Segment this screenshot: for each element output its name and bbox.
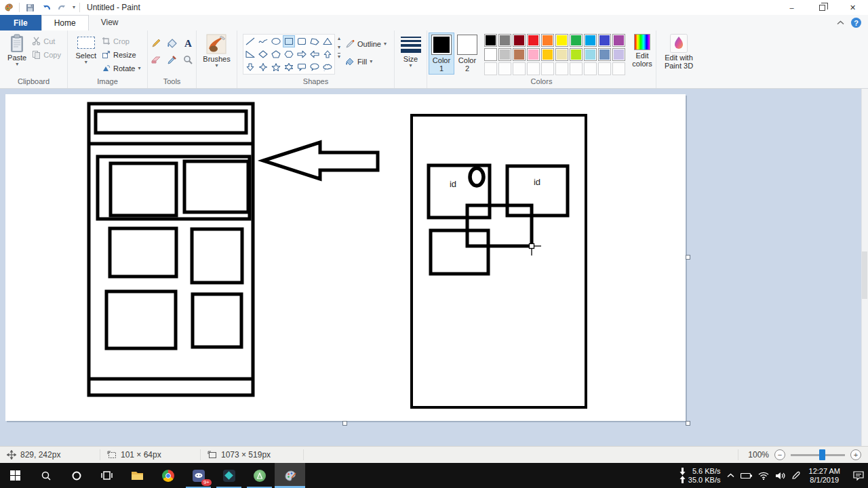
canvas-resize-handle-right[interactable] [686,255,690,260]
vertical-scrollbar[interactable] [861,89,868,446]
palette-swatch-empty[interactable] [555,62,568,75]
tray-expand-icon[interactable] [727,473,734,478]
chrome-button[interactable] [153,463,183,488]
palette-swatch[interactable] [598,48,611,61]
pencil-tool[interactable] [149,37,163,50]
shape-line[interactable] [244,35,256,47]
cut-button[interactable]: Cut [30,35,63,47]
fill-button[interactable]: Fill ▾ [343,56,389,68]
text-tool[interactable]: A [182,37,195,50]
clock-widget[interactable]: 12:27 AM 8/1/2019 [806,467,843,485]
volume-icon[interactable] [775,472,785,480]
paint-taskbar-button[interactable] [275,463,305,488]
tab-view[interactable]: View [89,15,131,30]
palette-swatch-empty[interactable] [527,62,540,75]
palette-swatch-empty[interactable] [584,62,597,75]
customize-qat-dropdown-icon[interactable]: ▾ [73,5,75,9]
save-button[interactable] [24,1,36,14]
pen-icon[interactable] [791,471,800,480]
shape-right-triangle[interactable] [244,48,256,60]
start-button[interactable] [0,463,31,488]
shape-diamond[interactable] [257,48,269,60]
palette-swatch[interactable] [598,34,611,47]
palette-swatch-empty[interactable] [513,62,526,75]
canvas-resize-handle-corner[interactable] [686,421,690,426]
rotate-button[interactable]: Rotate ▾ [100,62,142,74]
crop-button[interactable]: Crop [100,35,142,47]
zoom-in-button[interactable]: + [850,449,861,460]
tab-home[interactable]: Home [41,15,89,30]
canvas-resize-handle-bottom[interactable] [342,421,347,426]
eraser-tool[interactable] [149,53,163,66]
shape-rectangle[interactable] [283,35,295,47]
palette-swatch[interactable] [498,48,511,61]
palette-swatch[interactable] [570,34,583,47]
palette-swatch[interactable] [541,34,554,47]
file-explorer-button[interactable] [122,463,153,488]
palette-swatch[interactable] [584,34,597,47]
magnifier-tool[interactable] [182,53,195,66]
zoom-out-button[interactable]: − [774,449,785,460]
palette-swatch[interactable] [555,48,568,61]
color2-button[interactable]: Color 2 [454,33,480,75]
copy-button[interactable]: Copy [30,49,63,60]
palette-swatch[interactable] [513,34,526,47]
color-picker-tool[interactable] [165,53,179,66]
task-view-button[interactable] [92,463,122,488]
battery-icon[interactable] [741,472,752,479]
redo-button[interactable] [56,1,68,14]
palette-swatch-empty[interactable] [541,62,554,75]
help-icon[interactable]: ? [851,18,861,28]
color1-button[interactable]: Color 1 [429,33,454,75]
shape-callout-rounded[interactable] [296,61,308,73]
cortana-button[interactable] [61,463,92,488]
select-button[interactable]: Select ▾ [72,33,100,66]
palette-swatch-empty[interactable] [598,62,611,75]
zoom-slider-thumb[interactable] [819,449,825,460]
shape-arrow-up[interactable] [321,48,334,60]
paste-dropdown-icon[interactable]: ▾ [16,62,18,66]
shapes-scroll-down-icon[interactable]: ▾ [338,44,340,50]
palette-swatch[interactable] [498,34,511,47]
resize-button[interactable]: Resize [100,49,142,60]
shape-star-6[interactable] [283,61,295,73]
palette-swatch[interactable] [570,48,583,61]
shape-rounded-rectangle[interactable] [296,35,308,47]
palette-swatch[interactable] [612,48,625,61]
shape-polygon[interactable] [309,35,321,47]
size-dropdown-icon[interactable]: ▾ [409,64,412,68]
edit-colors-button[interactable]: Edit colors [630,33,654,68]
collapse-ribbon-icon[interactable] [837,20,844,25]
edit-with-paint3d-button[interactable]: Edit with Paint 3D [658,33,700,71]
palette-swatch-empty[interactable] [612,62,625,75]
tab-file[interactable]: File [0,15,41,30]
paste-button[interactable]: Paste ▾ [4,33,30,68]
palette-swatch[interactable] [527,48,540,61]
shapes-more-icon[interactable]: ▾ [338,53,340,60]
palette-swatch[interactable] [484,48,497,61]
paint-canvas[interactable]: id id [5,94,686,421]
shape-arrow-left[interactable] [309,48,321,60]
undo-button[interactable] [40,1,52,14]
action-center-icon[interactable] [849,471,864,481]
shape-star-5[interactable] [270,61,282,73]
palette-swatch-empty[interactable] [570,62,583,75]
minimize-button[interactable]: – [776,0,807,15]
palette-swatch[interactable] [513,48,526,61]
palette-swatch-empty[interactable] [484,62,497,75]
close-button[interactable]: ✕ [837,0,868,15]
shape-arrow-down[interactable] [244,61,256,73]
brushes-button[interactable]: Brushes ▾ [199,33,233,69]
palette-swatch[interactable] [527,34,540,47]
palette-swatch[interactable] [484,34,497,47]
zoom-slider[interactable] [791,454,845,456]
palette-swatch[interactable] [541,48,554,61]
shapes-scroll-up-icon[interactable]: ▴ [338,35,340,41]
filmora-button[interactable] [214,463,244,488]
shape-star-4[interactable] [257,61,269,73]
shape-curve[interactable] [257,35,269,47]
shape-hexagon[interactable] [283,48,295,60]
shape-callout-oval[interactable] [309,61,321,73]
palette-swatch[interactable] [584,48,597,61]
discord-button[interactable]: 9+ [183,463,214,488]
